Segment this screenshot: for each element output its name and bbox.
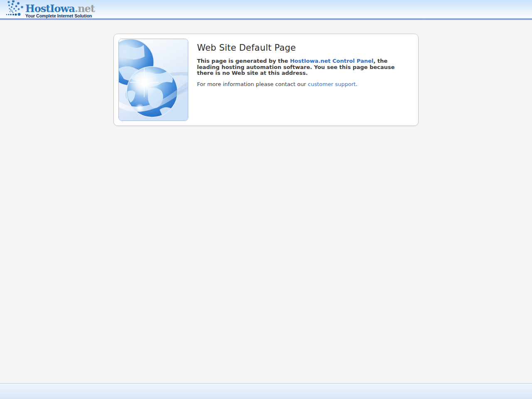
page-title: Web Site Default Page bbox=[197, 43, 407, 53]
site-header: HostIowa.net Your Complete Internet Solu… bbox=[0, 0, 532, 18]
page-content: Web Site Default Page This page is gener… bbox=[0, 20, 532, 126]
default-page-card: Web Site Default Page This page is gener… bbox=[113, 34, 419, 126]
customer-support-link[interactable]: customer support bbox=[308, 81, 356, 87]
support-paragraph: For more information please contact our … bbox=[197, 81, 407, 88]
dual-globe-orbit-illustration bbox=[118, 39, 188, 121]
site-footer bbox=[0, 383, 532, 399]
logo: HostIowa.net Your Complete Internet Solu… bbox=[5, 0, 95, 18]
logo-wordmark: HostIowa.net bbox=[25, 4, 95, 13]
intro-paragraph: This page is generated by the HostIowa.n… bbox=[197, 58, 407, 76]
support-text-before: For more information please contact our bbox=[197, 81, 308, 87]
card-text: Web Site Default Page This page is gener… bbox=[188, 39, 407, 121]
intro-text-before: This page is generated by the bbox=[197, 58, 290, 64]
logo-name: HostIowa bbox=[25, 2, 75, 15]
support-text-after: . bbox=[356, 81, 357, 87]
control-panel-link[interactable]: HostIowa.net Control Panel bbox=[290, 58, 374, 64]
starburst-dots-icon bbox=[5, 0, 25, 18]
logo-tld: .net bbox=[75, 2, 95, 15]
logo-tagline: Your Complete Internet Solution bbox=[25, 13, 95, 18]
